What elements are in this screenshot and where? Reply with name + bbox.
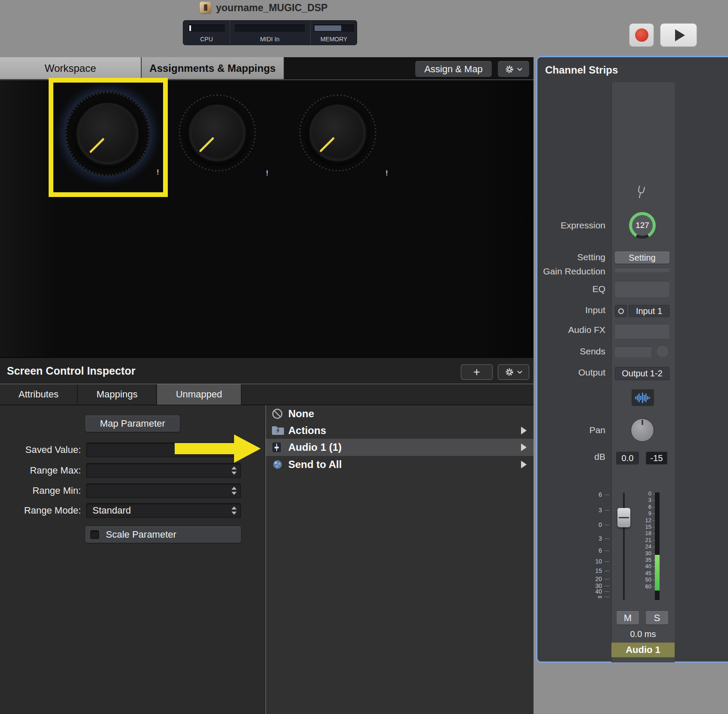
knob-pointer <box>319 137 335 152</box>
gear-icon <box>505 367 514 377</box>
memory-meter <box>314 25 354 32</box>
stepper-icon[interactable] <box>231 487 237 495</box>
inspector-title: Screen Control Inspector <box>7 364 136 377</box>
toolbar-meters: CPU MIDI In MEMORY <box>183 20 357 45</box>
submenu-arrow-icon <box>521 427 527 434</box>
volume-db-value[interactable]: 0.0 <box>616 452 639 465</box>
channel-strips-title: Channel Strips <box>545 64 618 76</box>
play-icon <box>675 29 685 41</box>
volume-fader-handle[interactable] <box>617 508 630 527</box>
audio-track-icon <box>271 442 282 453</box>
meter-scale: 0 3 6 9 12 15 18 21 24 30 35 40 45 50 60 <box>637 57 651 662</box>
workspace-action-menu-button[interactable] <box>498 61 529 77</box>
knob-face <box>187 102 248 163</box>
menu-item-send-to-all[interactable]: Send to All <box>266 456 534 473</box>
mute-label: M <box>624 612 632 624</box>
gear-icon <box>505 65 514 74</box>
track-name-label: Audio 1 <box>626 644 660 656</box>
tab-assignments-mappings[interactable]: Assignments & Mappings <box>142 57 284 79</box>
submenu-arrow-icon <box>521 443 527 451</box>
map-parameter-button[interactable]: Map Parameter <box>85 415 180 432</box>
menu-item-none[interactable]: None <box>266 405 534 422</box>
checkbox-icon[interactable] <box>90 530 99 539</box>
menu-item-label: Actions <box>288 425 326 437</box>
tab-attributes[interactable]: Attributes <box>0 384 77 405</box>
memory-meter-bar <box>315 25 341 31</box>
range-min-label: Range Min: <box>0 485 81 496</box>
latency-value: 0.0 ms <box>611 629 675 639</box>
screen-control-knob-3[interactable] <box>299 94 376 172</box>
menu-item-audio-1[interactable]: Audio 1 (1) <box>266 439 534 456</box>
range-min-input[interactable] <box>86 483 241 498</box>
alert-icon: ! <box>266 169 268 178</box>
level-meter-fill <box>655 555 660 591</box>
db-value-label: 0.0 <box>622 453 634 463</box>
send-knob[interactable] <box>657 345 669 357</box>
tab-unmapped[interactable]: Unmapped <box>157 384 241 405</box>
annotation-highlight-box <box>49 78 168 197</box>
screen: yourname_MUGIC_DSP CPU MIDI In MEMORY Wo… <box>0 0 728 714</box>
cpu-label: CPU <box>188 36 225 43</box>
chevron-down-icon <box>517 68 522 71</box>
tab-mappings[interactable]: Mappings <box>78 384 157 405</box>
meter-divider <box>230 21 230 45</box>
main-tabbar: Workspace Assignments & Mappings Assign … <box>0 57 534 80</box>
menu-item-actions[interactable]: Actions <box>266 422 534 439</box>
menu-item-label: None <box>288 408 314 420</box>
stepper-icon <box>231 507 237 515</box>
prohibited-icon <box>271 408 283 419</box>
cpu-meter <box>188 25 225 32</box>
input-format-button[interactable] <box>615 305 627 317</box>
alert-icon: ! <box>386 169 388 178</box>
map-parameter-label: Map Parameter <box>100 418 165 429</box>
menu-item-label: Send to All <box>288 459 342 471</box>
plus-icon: + <box>473 366 480 379</box>
record-button[interactable] <box>629 23 654 47</box>
memory-label: MEMORY <box>314 36 354 43</box>
inspector-header: Screen Control Inspector + <box>0 357 534 384</box>
level-meter <box>655 492 660 600</box>
solo-label: S <box>654 612 660 624</box>
solo-button[interactable]: S <box>646 611 668 625</box>
saved-value-label: Saved Value: <box>0 444 81 455</box>
track-name-bar[interactable]: Audio 1 <box>611 643 675 657</box>
inspector-action-menu-button[interactable] <box>498 364 529 380</box>
send-to-all-icon <box>271 459 284 470</box>
channel-strips-panel: Channel Strips Expression Setting Gain R… <box>537 56 728 662</box>
actions-folder-icon <box>271 425 284 436</box>
stepper-icon[interactable] <box>231 467 237 475</box>
window-title: yourname_MUGIC_DSP <box>216 2 327 14</box>
knob-pointer <box>199 137 214 152</box>
meter-divider <box>310 21 311 45</box>
db-peak-label: -15 <box>651 453 663 463</box>
submenu-arrow-icon <box>521 461 527 468</box>
screen-control-knob-2[interactable] <box>179 94 256 172</box>
midi-in-meter <box>235 25 305 32</box>
assign-map-button[interactable]: Assign & Map <box>415 61 492 77</box>
mono-circle-icon <box>618 308 624 314</box>
inspector-tabbar: Attributes Mappings Unmapped <box>0 384 534 405</box>
range-max-label: Range Max: <box>0 465 81 476</box>
range-mode-label: Range Mode: <box>0 505 81 516</box>
tab-workspace[interactable]: Workspace <box>0 57 141 79</box>
mapping-menu: None Actions Audio 1 (1) Send to All <box>266 405 534 714</box>
midi-in-label: MIDI In <box>235 36 305 43</box>
play-button[interactable] <box>660 23 697 47</box>
scale-parameter-toggle[interactable]: Scale Parameter <box>85 526 241 543</box>
knob-face <box>307 102 368 163</box>
mute-button[interactable]: M <box>617 611 639 625</box>
record-icon <box>635 28 648 42</box>
chevron-down-icon <box>517 370 522 374</box>
cpu-meter-bar <box>189 25 191 31</box>
assign-map-label: Assign & Map <box>424 64 483 75</box>
fader-scale: 6 3 0 3 6 10 15 20 30 40 ∞ <box>586 57 602 662</box>
scale-parameter-label: Scale Parameter <box>106 529 176 540</box>
app-icon <box>200 2 211 13</box>
range-max-input[interactable] <box>86 463 241 478</box>
menu-item-label: Audio 1 (1) <box>288 441 342 453</box>
range-mode-select[interactable]: Standard <box>86 503 241 518</box>
add-mapping-button[interactable]: + <box>461 364 493 380</box>
annotation-arrow <box>175 434 262 465</box>
range-mode-value: Standard <box>93 505 131 516</box>
